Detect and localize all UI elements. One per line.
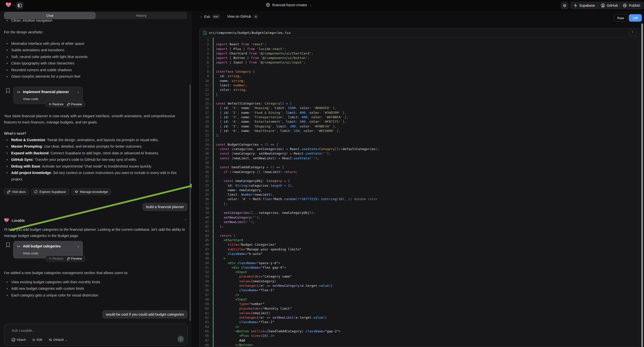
gear-icon: ⚙ [563, 3, 566, 8]
preview-button[interactable]: Preview [67, 102, 82, 106]
github-button[interactable]: GitHub [598, 2, 621, 9]
message-menu-icon[interactable]: ⋯ [184, 218, 188, 222]
code-line: 13} [200, 92, 640, 97]
chat-scrollbar[interactable] [190, 84, 191, 321]
assistant-paragraph: Your sleek financial planner is now read… [4, 113, 187, 125]
restore-button[interactable]: ⟲ Restore [49, 102, 64, 106]
version-card-title: Add budget categories [23, 244, 61, 248]
restore-button[interactable]: ⟲ Restore [49, 257, 64, 260]
preview-button[interactable]: Preview [67, 257, 82, 260]
publish-globe-icon [623, 4, 627, 8]
bullet-item: Add project knowledge: Set key context o… [4, 170, 188, 183]
code-line: 16 { id: '1', name: 'Housing', limit: 15… [200, 106, 640, 110]
code-line: 22]; [200, 133, 640, 138]
file-card: src/components/budget/BudgetCategories.t… [199, 28, 640, 347]
code-line: 20 { id: '5', name: 'Shopping', limit: 2… [200, 124, 640, 129]
code-panel: ‹ Exit ESC View on GitHub G Raw Diff src… [192, 11, 644, 347]
code-line: 17 { id: '2', name: 'Food & Dining', lim… [200, 110, 640, 115]
scrollback-list: Clean, intuitive navigation [4, 17, 186, 24]
diff-button[interactable]: Diff [629, 14, 642, 22]
supabase-button[interactable]: Supabase [570, 2, 598, 9]
code-line: 19 { id: '4', name: 'Entertainment', lim… [200, 120, 640, 124]
code-line: 53 placeholder="Category name" [200, 274, 640, 279]
manage-knowledge-button[interactable]: Manage knowledge [72, 188, 111, 195]
code-line: 36 color: '#' + Math.floor(Math.random()… [200, 197, 640, 202]
settings-button[interactable]: ⚙ [561, 2, 568, 9]
composer-placeholder: Ask Lovable... [12, 328, 35, 332]
composer-actions: Attach ◎ Edit Default ⌄ [12, 338, 68, 342]
top-bar: ⌄ financial-future-creator ⌄ ⚙ Supabase [0, 0, 644, 11]
mode-selector[interactable]: Default ⌄ [49, 338, 68, 342]
attach-button[interactable]: Attach [12, 338, 26, 342]
code-line: 49 > [200, 256, 640, 260]
composer[interactable]: Ask Lovable... Attach ◎ Edit [4, 324, 188, 346]
code-line: 14 [200, 97, 640, 101]
code-line: 46 title="Budget Categories" [200, 242, 640, 247]
code-line: 29⌄ const handleAddCategory = () => { [200, 165, 640, 170]
code-line: 52 <Input [200, 270, 640, 274]
code-line: 3import { Plus } from 'lucide-react'; [200, 47, 640, 51]
code-line: 64 /> [200, 324, 640, 329]
bullet-item: Clean typography with clear hierarchies [4, 60, 186, 66]
bookmark-icon[interactable] [6, 88, 10, 93]
code-line: 10 name: string; [200, 79, 640, 83]
bullet-item: Minimalist interface with plenty of whit… [4, 40, 186, 47]
edit-button[interactable]: ◎ Edit [32, 338, 42, 342]
panel-left-icon [18, 4, 22, 8]
project-globe-icon [266, 3, 270, 7]
code-line: 43 [200, 229, 640, 233]
view-code-link[interactable]: View code [23, 97, 38, 101]
bullet-item: View existing budget categories with the… [4, 279, 186, 285]
lovable-menu[interactable]: ⌄ [6, 2, 16, 8]
project-name: financial-future-creator [272, 3, 307, 7]
code-icon: <> [17, 90, 20, 94]
chevron-left-icon: ‹ [201, 14, 202, 19]
publish-button[interactable]: Publish [619, 2, 644, 9]
user-message-bubble: would be cool if you could add budget ca… [102, 310, 188, 318]
view-code-link[interactable]: View code [23, 252, 38, 255]
raw-button[interactable]: Raw [614, 14, 627, 22]
code-line: 12 color: string; [200, 88, 640, 92]
chevron-down-icon: ⌄ [65, 338, 68, 342]
collapse-file-button[interactable]: ⌃ [629, 29, 636, 36]
code-line: 59 type="number" [200, 302, 640, 306]
publish-label: Publish [629, 4, 640, 8]
code-line: 37 }; [200, 202, 640, 206]
supabase-label: Supabase [579, 4, 595, 8]
bullet-item: GitHub Sync: Transfer your project's cod… [4, 156, 188, 163]
code-line: 32⌄ const newCategoryObj: Category = { [200, 179, 640, 183]
attach-image-icon [12, 338, 15, 342]
code-line: 42 }; [200, 224, 640, 229]
visit-docs-button[interactable]: Visit docs [4, 188, 29, 195]
bullet-item: Rounded corners and subtle shadows [4, 67, 186, 73]
send-button[interactable]: ↑ [178, 336, 184, 342]
quick-actions-row: Visit docs Explore Supabase Manage knowl… [4, 188, 111, 195]
chat-bubble-icon [34, 190, 38, 194]
file-path: src/components/budget/BudgetCategories.t… [209, 31, 291, 34]
exit-button[interactable]: ‹ Exit ESC [201, 14, 220, 19]
code-line: 66 <Plus size={16} /> [200, 334, 640, 338]
user-message-bubble: build a financial planner [142, 202, 188, 211]
code-line: 1 [200, 38, 640, 42]
code-line: 23 [200, 138, 640, 142]
bookmark-icon[interactable] [6, 242, 10, 248]
code-line: 40 setNewCategory(''); [200, 215, 640, 220]
file-header[interactable]: src/components/budget/BudgetCategories.t… [200, 28, 640, 38]
explore-supabase-button[interactable]: Explore Supabase [31, 188, 69, 195]
code-line: 63 className="flex-1" [200, 320, 640, 324]
code-line: 33 id: String(categories.length + 1), [200, 184, 640, 188]
bullet-item: Master Prompting: Use clear, detailed, a… [4, 143, 188, 150]
code-line: 44 return ( [200, 234, 640, 238]
restore-icon: ⟲ [49, 102, 51, 106]
view-on-github-button[interactable]: View on GitHub G [227, 14, 258, 18]
chevron-down-icon: ⌄ [310, 3, 312, 7]
project-switcher[interactable]: financial-future-creator ⌄ [266, 3, 312, 7]
restore-icon: ⟲ [49, 257, 51, 260]
code-line: 18 { id: '3', name: 'Transportation', li… [200, 115, 640, 120]
code-scrollbar[interactable] [641, 24, 643, 347]
code-editor[interactable]: 12import React from 'react';3import { Pl… [200, 38, 640, 347]
edit-target-icon: ◎ [32, 338, 35, 342]
code-line: 21 { id: '6', name: 'Healthcare', limit:… [200, 129, 640, 133]
code-line: 34 name: newCategory, [200, 188, 640, 192]
toggle-sidebar-button[interactable] [16, 2, 24, 9]
